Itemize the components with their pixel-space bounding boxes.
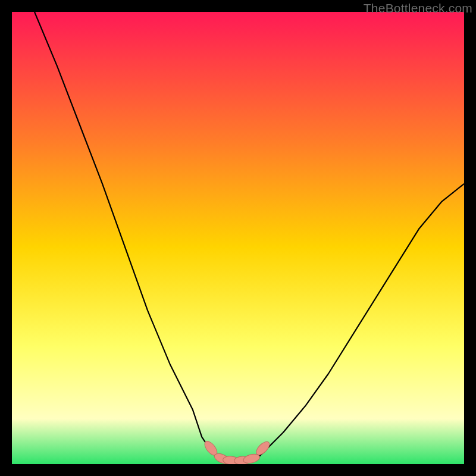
chart-frame: TheBottleneck.com: [0, 0, 476, 476]
watermark-label: TheBottleneck.com: [364, 1, 472, 15]
chart-svg: [12, 12, 464, 464]
gradient-background: [12, 12, 464, 464]
plot-area: [12, 12, 464, 464]
